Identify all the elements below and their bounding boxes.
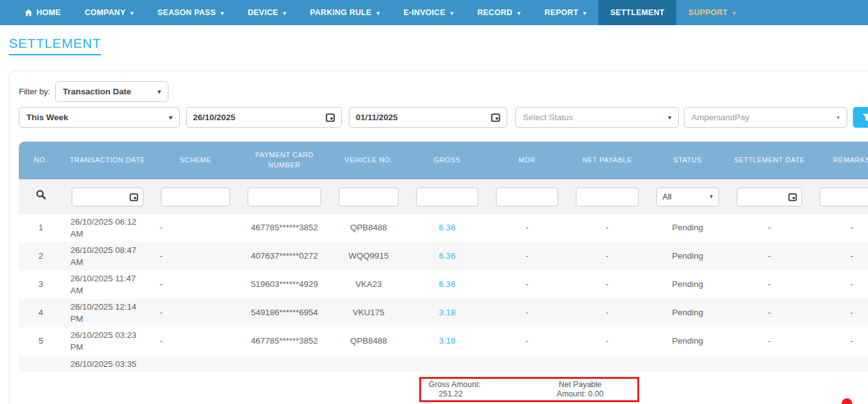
provider-select[interactable]: AmpersandPay ▾ <box>684 107 847 128</box>
nav-item-settlement[interactable]: SETTLEMENT <box>598 0 676 25</box>
cell-gross[interactable]: 3.18 <box>407 299 487 327</box>
cell-mdr: - <box>487 299 567 327</box>
cell-status: Pending <box>647 327 728 356</box>
transaction-date-filter-field[interactable] <box>72 188 143 206</box>
column-header-payment-card-number: PAYMENT CARD NUMBER <box>239 142 330 179</box>
cell-vehicle: VKA23 <box>330 271 407 299</box>
nav-item-label: SETTLEMENT <box>610 8 664 17</box>
top-nav: HOMECOMPANY▾SEASON PASS▾DEVICE▾PARKING R… <box>0 0 868 25</box>
transaction-date-filter-input[interactable] <box>77 192 129 201</box>
cell-no: 3 <box>19 271 63 299</box>
summary-net-label: Net Payable <box>527 380 634 390</box>
settlement-page: HOMECOMPANY▾SEASON PASS▾DEVICE▾PARKING R… <box>0 0 868 404</box>
cell-settle: - <box>728 327 811 356</box>
nav-item-label: REPORT <box>544 8 578 17</box>
filter-by-label: Filter by: <box>19 87 50 96</box>
nav-item-report[interactable]: REPORT▾ <box>532 0 598 25</box>
funnel-icon <box>862 113 868 122</box>
cell-vehicle: QPB8488 <box>330 214 407 242</box>
cell-net <box>567 356 647 372</box>
cell-date: 26/10/2025 11:47 AM <box>63 271 152 299</box>
cell-date: 26/10/2025 03:23 PM <box>63 327 152 356</box>
cell-gross[interactable]: 6.36 <box>407 271 487 299</box>
nav-item-label: RECORD <box>477 8 512 17</box>
mdr-filter-input[interactable] <box>496 188 558 206</box>
nav-item-label: SEASON PASS <box>158 8 216 17</box>
nav-item-e-invoice[interactable]: E-INVOICE▾ <box>392 0 465 25</box>
nav-item-support[interactable]: SUPPORT▾ <box>676 0 747 25</box>
calendar-icon[interactable] <box>788 193 797 201</box>
nav-item-home[interactable]: HOME <box>13 0 73 25</box>
cell-mdr: - <box>487 327 567 356</box>
cell-scheme: - <box>152 299 239 327</box>
calendar-icon[interactable] <box>326 113 335 122</box>
period-select[interactable]: This Week ▾ <box>19 107 180 128</box>
cell-scheme: - <box>152 214 239 242</box>
cell-gross[interactable]: 3.18 <box>407 327 487 356</box>
nav-item-label: HOME <box>36 8 61 17</box>
filter-by-select[interactable]: Transaction Date ▾ <box>55 81 168 102</box>
nav-item-label: DEVICE <box>248 8 278 17</box>
nav-item-record[interactable]: RECORD▾ <box>465 0 532 25</box>
remarks-filter-input[interactable] <box>820 188 868 206</box>
cell-card: 407637******0272 <box>239 242 330 271</box>
summary-net: Net Payable Amount: 0.00 <box>527 380 634 399</box>
cell-scheme <box>152 356 239 372</box>
scheme-filter-input[interactable] <box>161 188 230 206</box>
cell-scheme: - <box>152 242 239 271</box>
cell-remarks <box>811 356 868 372</box>
nav-item-company[interactable]: COMPANY▾ <box>73 0 146 25</box>
nav-item-parking-rule[interactable]: PARKING RULE▾ <box>298 0 392 25</box>
nav-item-device[interactable]: DEVICE▾ <box>236 0 298 25</box>
table-row: 126/10/2025 06:12 AM-467785******3852QPB… <box>19 214 868 242</box>
chevron-down-icon: ▾ <box>451 10 454 16</box>
table-row: 226/10/2025 08:47 AM-407637******0272WQQ… <box>19 242 868 271</box>
cell-no: 2 <box>19 242 63 271</box>
table-row: 326/10/2025 11:47 AM-519603******4929VKA… <box>19 271 868 299</box>
cell-remarks: - <box>811 327 868 356</box>
summary-gross-value: 251.22 <box>429 390 481 399</box>
cell-date: 26/10/2025 03:35 <box>63 356 152 372</box>
nav-item-label: PARKING RULE <box>310 8 371 17</box>
cell-date: 26/10/2025 08:47 AM <box>63 242 152 271</box>
apply-filter-button[interactable] <box>853 107 868 128</box>
cell-gross[interactable]: 6.36 <box>407 242 487 271</box>
chevron-down-icon: ▾ <box>668 114 671 121</box>
cell-gross[interactable]: 6.36 <box>407 214 487 242</box>
chevron-down-icon: ▾ <box>131 10 134 16</box>
gross-filter-input[interactable] <box>416 188 478 206</box>
column-header-settlement-date: SETTLEMENT DATE <box>728 142 811 179</box>
nav-item-label: SUPPORT <box>688 8 728 17</box>
cell-net: - <box>567 242 647 271</box>
summary-gross-label: Gross Amount: <box>429 380 481 390</box>
status-placeholder: Select Status <box>523 113 573 122</box>
date-from-field[interactable] <box>186 107 342 128</box>
page-title: SETTLEMENT <box>9 36 101 55</box>
date-from-input[interactable] <box>193 113 326 122</box>
calendar-icon[interactable] <box>491 113 500 122</box>
cell-remarks: - <box>811 299 868 327</box>
search-icon <box>36 189 47 200</box>
settlement-date-filter-input[interactable] <box>742 192 788 201</box>
net-payable-filter-input[interactable] <box>576 188 639 206</box>
cell-card: 467785******3852 <box>239 214 330 242</box>
cell-status: Pending <box>647 242 728 271</box>
nav-item-season-pass[interactable]: SEASON PASS▾ <box>146 0 236 25</box>
cell-no: 5 <box>19 327 63 356</box>
provider-value: AmpersandPay <box>691 113 749 122</box>
date-to-input[interactable] <box>356 113 491 122</box>
date-to-field[interactable] <box>349 107 507 128</box>
column-header-net-payable: NET PAYABLE <box>567 142 647 179</box>
status-select[interactable]: Select Status ▾ <box>515 107 679 128</box>
payment-card-filter-input[interactable] <box>248 188 321 206</box>
chevron-down-icon: ▾ <box>517 10 520 16</box>
calendar-icon[interactable] <box>129 193 138 201</box>
column-header-mdr: MDR <box>487 142 567 179</box>
cell-vehicle: WQQ9915 <box>330 242 407 271</box>
vehicle-filter-input[interactable] <box>339 188 398 206</box>
cell-status: Pending <box>647 214 728 242</box>
cell-remarks: - <box>811 214 868 242</box>
settlement-date-filter-field[interactable] <box>737 188 802 206</box>
status-column-filter-select[interactable]: All ▾ <box>656 188 719 206</box>
cell-mdr: - <box>487 214 567 242</box>
